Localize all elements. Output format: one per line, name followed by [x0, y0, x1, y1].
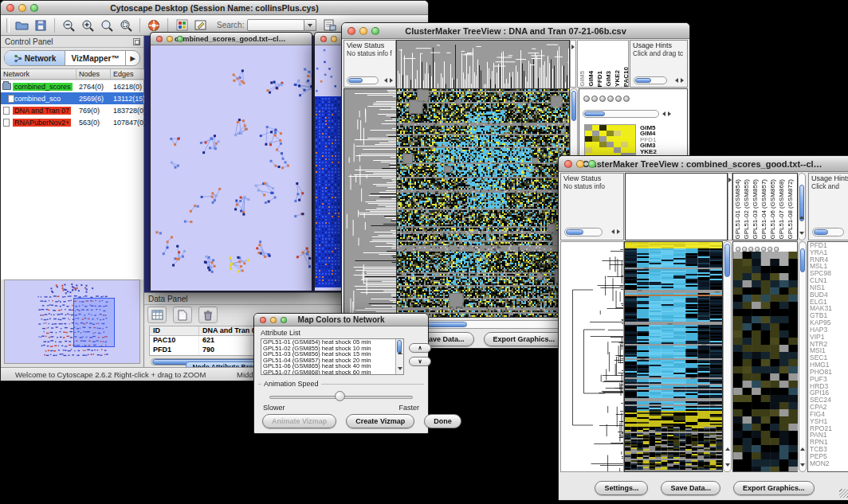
minimize-button[interactable] [359, 27, 367, 35]
column-label[interactable]: GPL51-04 (GSM857) [760, 179, 768, 240]
network-window-titlebar[interactable]: combined_scores_good.txt--cluste... [151, 33, 312, 45]
column-label[interactable]: GPL51-08 (GSM872) [787, 179, 794, 240]
scroll-up-icon[interactable] [800, 447, 805, 451]
zoom-button[interactable] [281, 317, 287, 323]
gene-label[interactable]: MON2 [808, 460, 848, 467]
search-dropdown-button[interactable] [304, 19, 316, 31]
birdseye-viewport-rect[interactable] [73, 298, 115, 347]
zoom-out-button[interactable] [59, 17, 78, 34]
close-button[interactable] [6, 4, 14, 12]
zoom-tool-icon[interactable] [591, 96, 598, 102]
network-tree-row[interactable]: DNA and Tran 07 769(0) 183728(0) [1, 104, 143, 116]
scroll-arrows[interactable] [662, 111, 671, 116]
scroll-thumb[interactable] [571, 91, 576, 121]
birdseye-canvas[interactable] [5, 280, 137, 361]
float-panel-icon[interactable] [133, 38, 140, 45]
scroll-track[interactable] [583, 110, 659, 118]
column-label[interactable]: GPL51-06 (GSM865) [769, 179, 776, 240]
scroll-left-icon[interactable] [675, 78, 678, 83]
scroll-down-icon[interactable] [799, 232, 804, 235]
close-button[interactable] [260, 317, 266, 323]
resize-grip[interactable] [839, 489, 848, 498]
new-attribute-button[interactable] [173, 307, 192, 323]
main-titlebar[interactable]: Cytoscape Desktop (Session Name: collins… [1, 1, 428, 15]
scroll-down-icon[interactable] [725, 463, 730, 467]
zoom-heatmap-matrix[interactable] [584, 124, 636, 159]
tab-vizmapper[interactable]: VizMapper™ [65, 51, 125, 65]
col-edges[interactable]: Edges [111, 69, 144, 79]
column-label[interactable]: PFD1 [596, 71, 603, 87]
zoom-tool-icon[interactable] [615, 96, 622, 102]
expand-arrow-icon[interactable] [728, 178, 732, 182]
column-label[interactable]: GPL51-07 (GSM868) [778, 179, 785, 240]
scroll-up-icon[interactable] [398, 351, 402, 354]
minimize-button[interactable] [576, 160, 584, 168]
tab-more-button[interactable]: ▶ [125, 51, 139, 65]
move-attribute-up-button[interactable]: ∧ [409, 343, 431, 353]
scroll-down-icon[interactable] [800, 463, 805, 467]
scroll-track[interactable] [564, 228, 603, 236]
zoom-tool-icon[interactable] [599, 96, 606, 102]
scroll-thumb[interactable] [584, 111, 605, 116]
id-column-header[interactable]: ID [150, 326, 199, 335]
scroll-right-icon[interactable] [681, 78, 684, 83]
column-label[interactable]: PAC10 [622, 67, 629, 87]
close-button[interactable] [564, 160, 572, 168]
scroll-left-icon[interactable] [611, 229, 614, 234]
column-label[interactable]: GPL51-01 (GSM854) [734, 179, 741, 240]
scroll-arrows[interactable] [800, 441, 806, 470]
row-dendrogram-canvas[interactable] [344, 88, 397, 318]
delete-attribute-button[interactable] [198, 307, 218, 323]
col-network[interactable]: Network [1, 69, 77, 79]
scroll-track[interactable] [812, 228, 844, 236]
select-attributes-button[interactable] [147, 307, 167, 323]
scroll-right-icon[interactable] [668, 111, 671, 116]
treeview-button[interactable]: Settings... [595, 481, 648, 495]
scroll-thumb[interactable] [566, 229, 583, 235]
slider-thumb[interactable] [335, 391, 345, 401]
zoom-button[interactable] [30, 4, 38, 12]
heatmap-canvas[interactable] [396, 88, 570, 318]
scroll-track[interactable] [634, 76, 667, 84]
search-input[interactable] [247, 19, 304, 31]
dialog-titlebar[interactable]: Map Colors to Network [254, 314, 428, 326]
column-dendrogram-canvas[interactable] [396, 40, 570, 89]
column-label[interactable]: GIM4 [587, 71, 595, 87]
create-vizmap-button[interactable]: Create Vizmap [346, 414, 414, 428]
scroll-arrows[interactable] [725, 441, 731, 470]
treeview2-titlebar[interactable]: ClusterMaker TreeView : combined_scores_… [559, 156, 848, 172]
network-tree-row[interactable]: combined_sco 2569(6) 13112(15) [1, 92, 143, 104]
attribute-item[interactable]: GPL51-07 (GSM868) heat shock 60 min [261, 369, 395, 376]
column-label[interactable]: YKE2 [614, 70, 621, 87]
col-nodes[interactable]: Nodes [77, 69, 111, 79]
column-dendrogram-area[interactable] [625, 173, 728, 240]
scroll-arrows[interactable] [398, 345, 404, 373]
done-button[interactable]: Done [424, 414, 461, 428]
minimize-button[interactable] [18, 4, 26, 12]
network-tree-row[interactable]: combined_scores 2764(0) 16218(0) [1, 80, 143, 92]
treeview-button[interactable]: Export Graphics... [733, 481, 815, 495]
scroll-right-icon[interactable] [617, 229, 620, 234]
expand-arrow-icon[interactable] [571, 45, 575, 49]
zoom-tool-icon[interactable] [623, 96, 630, 102]
save-session-button[interactable] [31, 17, 50, 34]
tab-network[interactable]: Network [5, 51, 65, 65]
zoom-in-button[interactable] [78, 17, 97, 34]
zoom-selected-button[interactable] [97, 17, 116, 34]
column-label[interactable]: GPL51-02 (GSM855) [743, 179, 750, 240]
minimize-button[interactable] [331, 36, 337, 42]
minimize-button[interactable] [270, 317, 277, 323]
animate-vizmap-button[interactable]: Animate Vizmap [262, 414, 336, 428]
scroll-thumb[interactable] [800, 248, 805, 272]
zoom-button[interactable] [588, 160, 596, 168]
close-button[interactable] [156, 36, 163, 42]
scroll-up-icon[interactable] [799, 216, 804, 219]
scroll-down-icon[interactable] [398, 367, 402, 370]
scroll-arrows[interactable] [384, 78, 393, 83]
network-canvas[interactable] [151, 45, 312, 291]
scroll-arrows[interactable] [611, 229, 620, 234]
column-label[interactable]: GIM3 [605, 71, 612, 87]
row-dendrogram-canvas[interactable] [560, 241, 624, 472]
minimize-button[interactable] [167, 36, 173, 42]
scroll-thumb[interactable] [724, 244, 730, 277]
